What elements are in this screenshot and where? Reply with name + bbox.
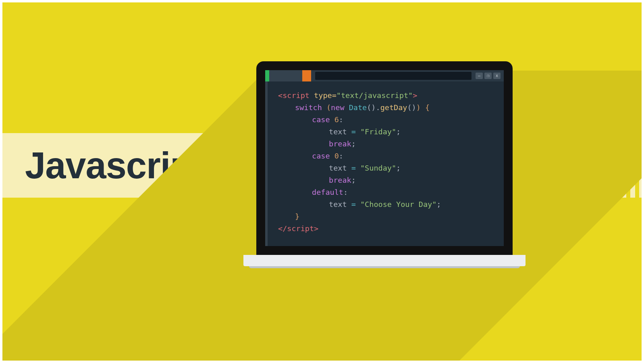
code-line: </script> (278, 223, 441, 235)
window-buttons: — ❐ x (476, 73, 504, 79)
code-line: text = "Choose Your Day"; (278, 198, 441, 211)
code-line: case 0: (278, 150, 441, 162)
code-line: switch (new Date().getDay()) { (278, 102, 441, 114)
code-block: <script type="text/javascript"> switch (… (278, 90, 441, 235)
tab-indicator-orange (302, 70, 311, 81)
code-line: break; (278, 138, 441, 150)
address-bar[interactable] (311, 71, 476, 81)
tab-indicator-green (265, 70, 269, 81)
code-line: text = "Sunday"; (278, 162, 441, 174)
maximize-button[interactable]: ❐ (484, 73, 492, 79)
code-line: default: (278, 186, 441, 198)
laptop-base (243, 255, 526, 266)
editor-gutter (265, 81, 268, 246)
close-button[interactable]: x (493, 73, 501, 79)
code-line: break; (278, 174, 441, 186)
code-line: text = "Friday"; (278, 126, 441, 138)
code-line: } (278, 211, 441, 223)
code-line: case 6: (278, 114, 441, 126)
editor-topbar: — ❐ x (265, 70, 504, 81)
laptop: — ❐ x <script type="text/javascript"> sw… (256, 61, 526, 266)
laptop-screen-frame: — ❐ x <script type="text/javascript"> sw… (256, 61, 513, 255)
code-line: <script type="text/javascript"> (278, 90, 441, 102)
minimize-button[interactable]: — (476, 73, 483, 79)
tab-active[interactable] (269, 70, 302, 81)
editor-screen: — ❐ x <script type="text/javascript"> sw… (265, 70, 504, 246)
